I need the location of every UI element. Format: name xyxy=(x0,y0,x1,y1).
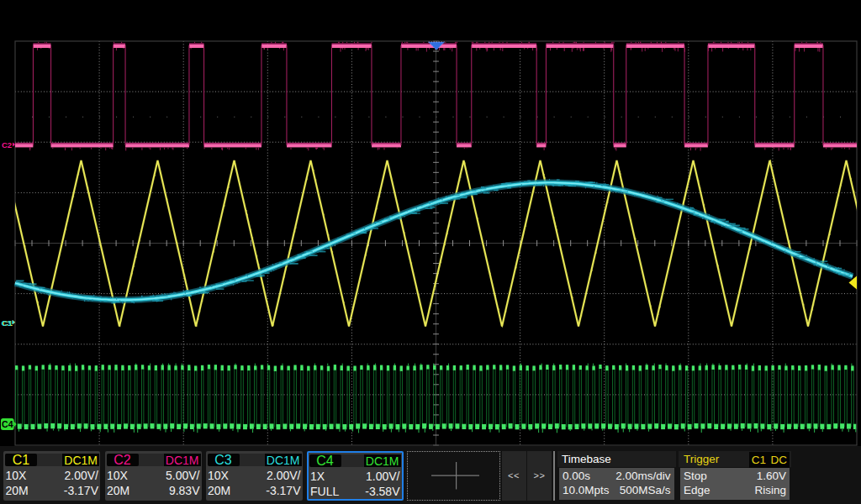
svg-text:C2: C2 xyxy=(2,140,12,150)
svg-text:C3: C3 xyxy=(2,318,12,328)
svg-text:C4: C4 xyxy=(2,419,13,429)
